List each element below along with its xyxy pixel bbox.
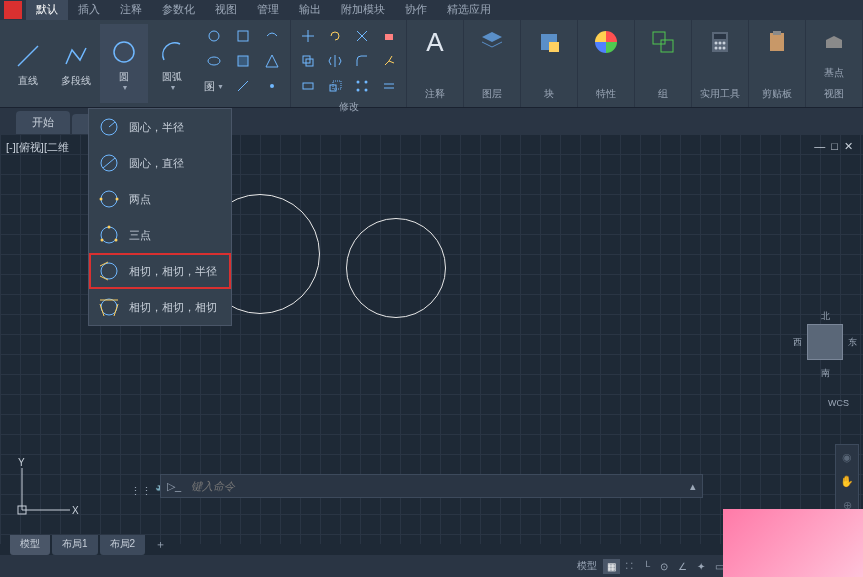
draw-small-9[interactable] bbox=[258, 74, 286, 98]
drawn-circle-2[interactable] bbox=[346, 218, 446, 318]
svg-point-6 bbox=[270, 84, 274, 88]
menu-item-label: 相切，相切，半径 bbox=[129, 264, 217, 279]
menu-tab-featured[interactable]: 精选应用 bbox=[437, 0, 501, 20]
svg-line-38 bbox=[103, 158, 115, 168]
status-model-button[interactable]: 模型 bbox=[573, 557, 601, 575]
ribbon-group-clipboard: 剪贴板 bbox=[749, 20, 806, 107]
status-snap-button[interactable]: ⸬ bbox=[622, 558, 637, 574]
menu-tab-output[interactable]: 输出 bbox=[289, 0, 331, 20]
groups-button[interactable] bbox=[639, 24, 687, 60]
circle-tan-tan-radius[interactable]: 相切，相切，半径 bbox=[89, 253, 231, 289]
viewport-min-button[interactable]: — bbox=[814, 140, 825, 153]
ribbon-group-annotate: A 注释 bbox=[407, 20, 464, 107]
copy-button[interactable] bbox=[295, 49, 321, 73]
arc-button[interactable]: 圆弧 ▼ bbox=[148, 24, 196, 103]
status-polar-button[interactable]: ⊙ bbox=[656, 559, 672, 574]
circle-button[interactable]: 圆 ▼ bbox=[100, 24, 148, 103]
view-cube-face[interactable] bbox=[807, 324, 843, 360]
layout-tab-model[interactable]: 模型 bbox=[10, 535, 50, 555]
layout-tab-1[interactable]: 布局1 bbox=[52, 535, 98, 555]
draw-small-4[interactable] bbox=[200, 49, 228, 73]
layout-tab-2[interactable]: 布局2 bbox=[100, 535, 146, 555]
polyline-button[interactable]: 多段线 bbox=[52, 24, 100, 103]
svg-point-41 bbox=[116, 198, 119, 201]
layers-icon bbox=[476, 26, 508, 58]
ucs-x-label: X bbox=[72, 505, 79, 516]
status-ortho-button[interactable]: └ bbox=[639, 559, 654, 574]
menu-tab-addins[interactable]: 附加模块 bbox=[331, 0, 395, 20]
clipboard-button[interactable] bbox=[753, 24, 801, 60]
draw-small-8[interactable] bbox=[229, 74, 257, 98]
trim-button[interactable] bbox=[349, 24, 375, 48]
menu-tab-parametric[interactable]: 参数化 bbox=[152, 0, 205, 20]
svg-point-29 bbox=[723, 47, 726, 50]
view-cube[interactable]: 北 东 南 西 bbox=[797, 314, 853, 394]
menu-tab-annotate[interactable]: 注释 bbox=[110, 0, 152, 20]
circle-3points[interactable]: 三点 bbox=[89, 217, 231, 253]
base-button[interactable] bbox=[810, 24, 858, 60]
rotate-button[interactable] bbox=[322, 24, 348, 48]
polyline-label: 多段线 bbox=[61, 74, 91, 88]
viewport-controls: — □ ✕ bbox=[814, 140, 853, 153]
text-button[interactable]: A bbox=[411, 24, 459, 60]
watermark-overlay bbox=[723, 509, 863, 577]
blocks-button[interactable] bbox=[525, 24, 573, 60]
add-layout-button[interactable]: ＋ bbox=[147, 535, 174, 555]
menu-tab-view[interactable]: 视图 bbox=[205, 0, 247, 20]
base-icon bbox=[818, 26, 850, 58]
svg-point-27 bbox=[715, 47, 718, 50]
explode-button[interactable] bbox=[376, 49, 402, 73]
pan-button[interactable]: ✋ bbox=[836, 469, 858, 493]
svg-point-39 bbox=[101, 191, 117, 207]
svg-rect-3 bbox=[238, 31, 248, 41]
draw-small-2[interactable] bbox=[229, 24, 257, 48]
fillet-button[interactable] bbox=[349, 49, 375, 73]
circle-2points-icon bbox=[97, 187, 121, 211]
circle-2points[interactable]: 两点 bbox=[89, 181, 231, 217]
draw-small-3[interactable] bbox=[258, 24, 286, 48]
draw-small-5[interactable] bbox=[229, 49, 257, 73]
move-button[interactable] bbox=[295, 24, 321, 48]
layers-button[interactable] bbox=[468, 24, 516, 60]
wcs-label[interactable]: WCS bbox=[828, 398, 849, 408]
draw-small-1[interactable] bbox=[200, 24, 228, 48]
circle-tan-tan-tan[interactable]: 相切，相切，相切 bbox=[89, 289, 231, 325]
line-button[interactable]: 直线 bbox=[4, 24, 52, 103]
line-label: 直线 bbox=[18, 74, 38, 88]
circle-center-radius[interactable]: 圆心，半径 bbox=[89, 109, 231, 145]
base-panel-label: 基点 bbox=[810, 64, 858, 82]
command-input[interactable] bbox=[187, 480, 684, 492]
erase-button[interactable] bbox=[376, 24, 402, 48]
svg-point-4 bbox=[208, 57, 220, 65]
status-osnap-button[interactable]: ✦ bbox=[693, 559, 709, 574]
menu-tab-default[interactable]: 默认 bbox=[26, 0, 68, 20]
draw-small-6[interactable] bbox=[258, 49, 286, 73]
cmd-expand-button[interactable]: ▴ bbox=[684, 480, 702, 493]
status-iso-button[interactable]: ∠ bbox=[674, 559, 691, 574]
circle-center-diameter[interactable]: 圆心，直径 bbox=[89, 145, 231, 181]
cmd-prompt-icon[interactable]: ▷_ bbox=[161, 480, 187, 493]
mirror-button[interactable] bbox=[322, 49, 348, 73]
menu-tab-manage[interactable]: 管理 bbox=[247, 0, 289, 20]
offset-button[interactable] bbox=[376, 74, 402, 98]
properties-button[interactable] bbox=[582, 24, 630, 60]
stretch-button[interactable] bbox=[295, 74, 321, 98]
scale-button[interactable] bbox=[322, 74, 348, 98]
svg-point-49 bbox=[101, 299, 117, 315]
menu-tab-collaborate[interactable]: 协作 bbox=[395, 0, 437, 20]
draw-small-7[interactable]: 圂▼ bbox=[200, 74, 228, 98]
svg-rect-20 bbox=[653, 32, 665, 44]
steering-wheel-button[interactable]: ◉ bbox=[836, 445, 858, 469]
chevron-down-icon: ▼ bbox=[170, 84, 177, 91]
properties-panel-label: 特性 bbox=[582, 85, 630, 103]
circle-dropdown-menu: 圆心，半径 圆心，直径 两点 三点 相切，相切，半径 相切，相切，相切 bbox=[88, 108, 232, 326]
ribbon-group-groups: 组 bbox=[635, 20, 692, 107]
viewport-max-button[interactable]: □ bbox=[831, 140, 838, 153]
doc-tab-start[interactable]: 开始 bbox=[16, 111, 70, 134]
array-button[interactable] bbox=[349, 74, 375, 98]
status-grid-button[interactable]: ▦ bbox=[603, 559, 620, 574]
nav-west: 西 bbox=[793, 336, 802, 349]
viewport-close-button[interactable]: ✕ bbox=[844, 140, 853, 153]
menu-tab-insert[interactable]: 插入 bbox=[68, 0, 110, 20]
tools-button[interactable] bbox=[696, 24, 744, 60]
